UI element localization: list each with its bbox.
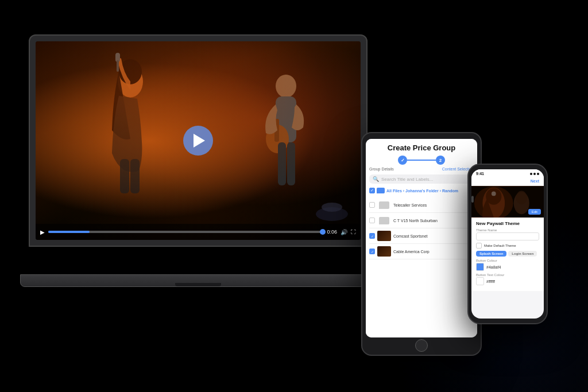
phone-form-area: New Paywall Theme Theme Name Make Defaul… [471, 218, 544, 291]
folder-shape-0 [379, 201, 389, 209]
phone-device: 9:41 Next E [467, 164, 548, 324]
phone-navbar: Next [471, 177, 544, 186]
progress-dot [320, 229, 326, 235]
button-colour-row: Button Colour #4a8af4 [476, 259, 539, 271]
file-name-2: Comcast Sportsnet [393, 234, 428, 238]
folder-icon [377, 188, 385, 193]
phone-image-preview: Edit [471, 186, 544, 218]
button-colour-swatch[interactable] [476, 263, 484, 271]
default-theme-row: Make Default Theme [476, 243, 539, 249]
tablet-page-title: Create Price Group [369, 143, 474, 152]
step-2-circle: 2 [436, 156, 445, 165]
button-colour-picker[interactable]: #4a8af4 [476, 263, 539, 271]
play-icon [194, 134, 205, 148]
step-line [407, 160, 436, 161]
singer-figure [90, 50, 171, 199]
laptop: ▶ 0:06 🔊 ⛶ [29, 34, 385, 287]
theme-name-input[interactable] [476, 232, 539, 240]
laptop-screen-border: ▶ 0:06 🔊 ⛶ [29, 34, 368, 247]
svg-rect-4 [120, 159, 129, 193]
phone-screen: 9:41 Next E [471, 169, 544, 319]
file-name-0: Telecaller Services [393, 203, 427, 207]
play-pause-button[interactable]: ▶ [40, 229, 45, 235]
file-row-2[interactable]: Comcast Sportsnet [369, 228, 474, 244]
file-check-1[interactable] [369, 218, 375, 223]
screen-tab-row: Splash Screen Login Screen [476, 251, 539, 257]
laptop-notch [175, 283, 221, 286]
progress-fill [48, 231, 90, 233]
tablet-steps: ✓ 2 [369, 156, 474, 165]
svg-point-6 [276, 75, 296, 98]
breadcrumb-text: All Files › Johanna's Folder › Random [386, 189, 458, 193]
tablet-home-button[interactable] [415, 339, 428, 352]
phone-status-bar: 9:41 [471, 169, 544, 177]
button-text-colour-value: #ffffff [486, 280, 495, 284]
svg-rect-10 [278, 142, 286, 185]
tablet-search-bar[interactable]: 🔍 Search Title and Labels... [369, 174, 474, 184]
default-theme-checkbox[interactable] [476, 243, 482, 249]
step-labels: Group Details Content Selection [369, 167, 474, 171]
default-theme-label: Make Default Theme [484, 244, 516, 247]
phone-next-button[interactable]: Next [531, 179, 539, 183]
drum-kit [315, 194, 349, 223]
file-thumb-3 [377, 246, 391, 257]
search-placeholder: Search Title and Labels... [381, 177, 433, 182]
progress-bar[interactable] [48, 231, 323, 233]
volume-icon[interactable]: 🔊 [341, 229, 347, 235]
svg-rect-3 [117, 60, 119, 72]
laptop-screen: ▶ 0:06 🔊 ⛶ [36, 41, 361, 240]
guitarist-figure [252, 70, 320, 191]
tablet-ui: Create Price Group ✓ 2 Group Details Con… [366, 139, 477, 337]
file-folder-icon-1 [377, 215, 391, 226]
phone-time: 9:41 [476, 172, 484, 176]
search-icon: 🔍 [373, 176, 379, 182]
tablet-device: Create Price Group ✓ 2 Group Details Con… [361, 132, 482, 356]
login-screen-tab[interactable]: Login Screen [508, 251, 537, 257]
phone-section-title: New Paywall Theme [476, 221, 539, 226]
file-name-1: C T V15 North Suburban [393, 219, 438, 223]
step-1-circle: ✓ [398, 156, 407, 165]
file-check-0[interactable] [369, 202, 375, 208]
folder-check[interactable] [369, 188, 375, 193]
tablet-screen: Create Price Group ✓ 2 Group Details Con… [366, 139, 477, 337]
svg-rect-11 [287, 142, 295, 185]
file-row-1[interactable]: C T V15 North Suburban [369, 213, 474, 228]
fullscreen-icon[interactable]: ⛶ [351, 229, 356, 235]
svg-point-13 [322, 203, 342, 212]
time-display: 0:06 [327, 229, 337, 235]
laptop-base [20, 274, 376, 287]
file-folder-icon-0 [377, 200, 391, 210]
file-name-3: Cable America Corp [393, 250, 430, 254]
file-row-0[interactable]: Telecaller Services [369, 197, 474, 213]
button-text-colour-label: Button Text Colour [476, 273, 539, 277]
phone-status-icons [530, 173, 539, 175]
theme-name-label: Theme Name [476, 228, 539, 232]
phone-action-button[interactable]: Edit [528, 209, 541, 215]
play-button[interactable] [183, 126, 213, 156]
file-row-3[interactable]: Cable America Corp [369, 244, 474, 259]
button-text-colour-picker[interactable]: #ffffff [476, 277, 539, 285]
svg-rect-5 [130, 159, 140, 193]
battery-icon [537, 173, 539, 175]
breadcrumb-row: All Files › Johanna's Folder › Random [369, 187, 474, 195]
signal-icon [530, 173, 532, 175]
file-thumb-2 [377, 231, 391, 241]
button-colour-value: #4a8af4 [486, 265, 501, 269]
button-colour-label: Button Colour [476, 259, 539, 262]
svg-point-18 [516, 191, 527, 204]
step-1-label: Group Details [369, 167, 394, 171]
folder-shape-1 [379, 217, 389, 224]
svg-rect-20 [471, 196, 474, 203]
video-controls-bar: ▶ 0:06 🔊 ⛶ [36, 224, 361, 240]
splash-screen-tab[interactable]: Splash Screen [476, 251, 506, 257]
button-text-colour-row: Button Text Colour #ffffff [476, 273, 539, 285]
concert-background: ▶ 0:06 🔊 ⛶ [36, 41, 361, 240]
file-check-3[interactable] [369, 249, 375, 254]
phone-notch [496, 165, 519, 169]
button-text-colour-swatch[interactable] [476, 277, 484, 285]
file-check-2[interactable] [369, 233, 375, 239]
theme-name-row: Theme Name [476, 228, 539, 240]
wifi-icon [533, 173, 536, 175]
